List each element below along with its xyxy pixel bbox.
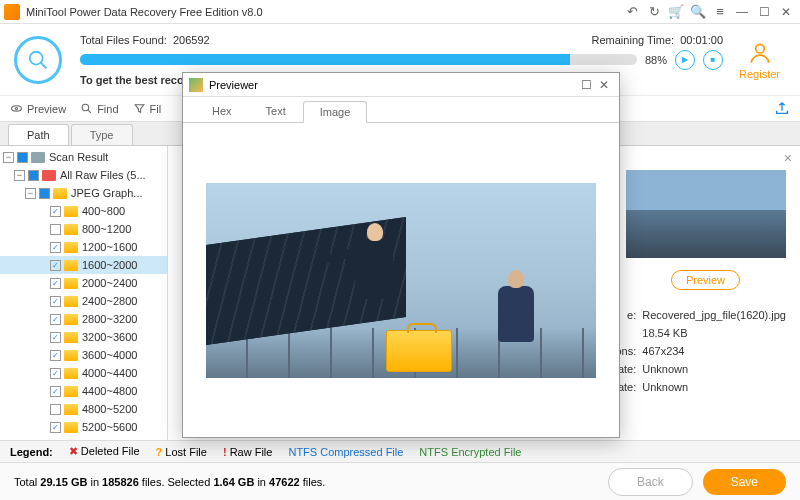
tree-range[interactable]: ✓1200~1600 [0, 238, 167, 256]
save-button[interactable]: Save [703, 469, 786, 495]
svg-point-0 [30, 51, 43, 64]
register-button[interactable]: Register [739, 40, 780, 80]
svg-line-6 [88, 110, 91, 113]
tree-range[interactable]: ✓5200~5600 [0, 418, 167, 436]
tree-range[interactable]: ✓2000~2400 [0, 274, 167, 292]
maximize-icon[interactable]: ☐ [754, 2, 774, 22]
tree-range[interactable]: ✓1600~2000 [0, 256, 167, 274]
previewer-tab-hex[interactable]: Hex [195, 100, 249, 122]
tab-type[interactable]: Type [71, 124, 133, 145]
preview-button[interactable]: Preview [671, 270, 740, 290]
refresh-icon[interactable]: ↻ [644, 2, 664, 22]
tree-range[interactable]: ✓2800~3200 [0, 310, 167, 328]
file-dimensions: 467x234 [642, 345, 684, 357]
files-found-label: Total Files Found: [80, 34, 167, 46]
previewer-icon [189, 78, 203, 92]
cart-icon[interactable]: 🛒 [666, 2, 686, 22]
tree-root[interactable]: −Scan Result [0, 148, 167, 166]
tree-jpeg[interactable]: −JPEG Graph... [0, 184, 167, 202]
previewer-maximize-icon[interactable]: ☐ [577, 78, 595, 92]
export-icon[interactable] [774, 100, 790, 118]
file-created: Unknown [642, 363, 688, 375]
tree-range[interactable]: ✓2400~2800 [0, 292, 167, 310]
tree-view[interactable]: −Scan Result −All Raw Files (5... −JPEG … [0, 146, 168, 440]
legend-lost: Lost File [165, 446, 207, 458]
footer-summary: Total 29.15 GB in 185826 files. Selected… [14, 476, 598, 488]
play-button[interactable]: ▶ [675, 50, 695, 70]
svg-point-2 [755, 44, 764, 53]
file-name: Recovered_jpg_file(1620).jpg [642, 309, 786, 321]
previewer-window: Previewer ☐ ✕ Hex Text Image [182, 72, 620, 438]
remaining-value: 00:01:00 [680, 34, 723, 46]
previewer-titlebar[interactable]: Previewer ☐ ✕ [183, 73, 619, 97]
remaining-label: Remaining Time: [592, 34, 675, 46]
find-tool[interactable]: Find [80, 102, 118, 115]
legend-raw: Raw File [230, 446, 273, 458]
magnifier-icon [14, 36, 62, 84]
file-size: 18.54 KB [642, 327, 687, 339]
back-button[interactable]: Back [608, 468, 693, 496]
filter-tool[interactable]: Fil [133, 102, 162, 115]
preview-thumbnail [626, 170, 786, 258]
register-label: Register [739, 68, 780, 80]
previewer-close-icon[interactable]: ✕ [595, 78, 613, 92]
legend: Legend: ✖ Deleted File ? Lost File ! Raw… [0, 440, 800, 462]
legend-deleted: Deleted File [81, 445, 140, 457]
menu-icon[interactable]: ≡ [710, 2, 730, 22]
tree-range[interactable]: 4800~5200 [0, 400, 167, 418]
preview-tool[interactable]: Preview [10, 102, 66, 115]
legend-label: Legend: [10, 446, 53, 458]
previewer-tab-image[interactable]: Image [303, 101, 368, 123]
svg-line-1 [41, 62, 47, 68]
tree-rawfiles[interactable]: −All Raw Files (5... [0, 166, 167, 184]
tree-range[interactable]: ✓3200~3600 [0, 328, 167, 346]
legend-ntfs-compressed: NTFS Compressed File [288, 446, 403, 458]
minimize-icon[interactable]: — [732, 2, 752, 22]
file-details: e:Recovered_jpg_file(1620).jpg 18.54 KB … [596, 306, 786, 396]
progress-percent: 88% [645, 54, 667, 66]
tree-range[interactable]: ✓3600~4000 [0, 346, 167, 364]
previewer-tabs: Hex Text Image [183, 97, 619, 123]
titlebar-controls: ↶ ↻ 🛒 🔍 ≡ — ☐ ✕ [622, 2, 796, 22]
tree-range[interactable]: 800~1200 [0, 220, 167, 238]
previewer-title: Previewer [209, 79, 577, 91]
titlebar: MiniTool Power Data Recovery Free Editio… [0, 0, 800, 24]
progress-bar [80, 54, 637, 65]
search-icon[interactable]: 🔍 [688, 2, 708, 22]
previewer-image [206, 183, 596, 378]
footer: Total 29.15 GB in 185826 files. Selected… [0, 462, 800, 500]
previewer-image-area [183, 123, 619, 437]
file-modified: Unknown [642, 381, 688, 393]
stop-button[interactable]: ■ [703, 50, 723, 70]
app-icon [4, 4, 20, 20]
app-title: MiniTool Power Data Recovery Free Editio… [26, 6, 622, 18]
svg-point-5 [82, 104, 89, 111]
tree-range[interactable]: ✓4000~4400 [0, 364, 167, 382]
tree-range[interactable]: ✓400~800 [0, 202, 167, 220]
pane-close-icon[interactable]: × [784, 150, 792, 166]
svg-point-4 [15, 107, 17, 109]
back-icon[interactable]: ↶ [622, 2, 642, 22]
tree-range[interactable]: ✓4400~4800 [0, 382, 167, 400]
files-found-value: 206592 [173, 34, 210, 46]
svg-point-3 [12, 106, 22, 111]
close-icon[interactable]: ✕ [776, 2, 796, 22]
legend-ntfs-encrypted: NTFS Encrypted File [419, 446, 521, 458]
tab-path[interactable]: Path [8, 124, 69, 145]
previewer-tab-text[interactable]: Text [249, 100, 303, 122]
